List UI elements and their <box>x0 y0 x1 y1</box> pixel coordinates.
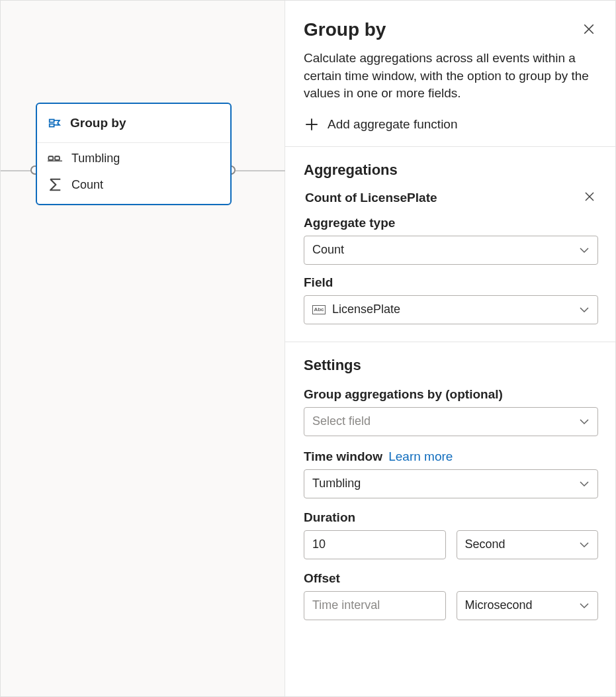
offset-input-wrapper[interactable] <box>304 591 446 620</box>
field-value: LicensePlate <box>332 302 579 316</box>
node-header[interactable]: Group by <box>37 104 230 143</box>
offset-label: Offset <box>304 571 598 586</box>
node-row-label: Count <box>71 178 103 192</box>
chevron-down-icon <box>579 539 590 550</box>
add-aggregate-button[interactable]: Add aggregate function <box>304 117 598 132</box>
divider <box>285 342 616 342</box>
chevron-down-icon <box>579 304 590 315</box>
settings-heading: Settings <box>304 357 598 374</box>
duration-label: Duration <box>304 510 598 525</box>
offset-unit-select[interactable]: Microsecond <box>457 591 599 620</box>
edge-in <box>1 170 32 171</box>
group-by-icon <box>48 116 62 130</box>
aggregate-type-value: Count <box>312 243 579 257</box>
offset-unit-value: Microsecond <box>465 598 580 612</box>
add-aggregate-label: Add aggregate function <box>328 117 458 132</box>
group-by-label: Group aggregations by (optional) <box>304 387 598 402</box>
time-window-value: Tumbling <box>312 477 579 490</box>
aggregate-type-select[interactable]: Count <box>304 236 598 265</box>
aggregation-block: Count of LicensePlate Aggregate type Cou… <box>304 191 598 324</box>
panel-title: Group by <box>304 19 386 40</box>
string-type-icon: Abc <box>312 305 326 314</box>
field-label: Field <box>304 275 598 290</box>
time-window-select[interactable]: Tumbling <box>304 469 598 498</box>
properties-panel: Group by Calculate aggregations across a… <box>285 1 616 696</box>
chevron-down-icon <box>579 600 590 611</box>
time-window-label-text: Time window <box>304 449 382 463</box>
edge-out <box>236 170 285 171</box>
close-icon <box>583 23 595 37</box>
tumbling-window-icon <box>48 151 62 165</box>
duration-unit-value: Second <box>465 537 580 551</box>
sigma-icon <box>48 177 62 192</box>
node-row-tumbling[interactable]: Tumbling <box>37 143 230 173</box>
duration-input[interactable] <box>312 537 437 551</box>
duration-input-wrapper[interactable] <box>304 530 446 559</box>
time-window-label: Time window Learn more <box>304 449 598 464</box>
plus-icon <box>305 118 318 131</box>
field-select[interactable]: Abc LicensePlate <box>304 295 598 324</box>
node-row-count[interactable]: Count <box>37 173 230 204</box>
aggregation-name: Count of LicensePlate <box>305 191 437 205</box>
time-window-learn-more-link[interactable]: Learn more <box>388 449 453 463</box>
group-by-placeholder: Select field <box>312 414 579 428</box>
remove-aggregation-button[interactable] <box>582 191 597 205</box>
offset-input[interactable] <box>312 598 437 612</box>
flow-canvas[interactable]: Group by Tumbling Count <box>1 1 285 696</box>
node-group-by[interactable]: Group by Tumbling Count <box>36 103 232 205</box>
duration-unit-select[interactable]: Second <box>457 530 599 559</box>
divider <box>285 146 616 147</box>
close-icon <box>584 191 595 204</box>
panel-description: Calculate aggregations across all events… <box>304 50 598 103</box>
chevron-down-icon <box>579 479 590 489</box>
close-panel-button[interactable] <box>580 21 598 39</box>
node-title: Group by <box>70 116 126 130</box>
chevron-down-icon <box>579 416 590 427</box>
aggregations-heading: Aggregations <box>304 162 598 179</box>
node-row-label: Tumbling <box>71 152 120 165</box>
chevron-down-icon <box>579 245 590 256</box>
aggregate-type-label: Aggregate type <box>304 216 598 230</box>
group-by-select[interactable]: Select field <box>304 407 598 436</box>
